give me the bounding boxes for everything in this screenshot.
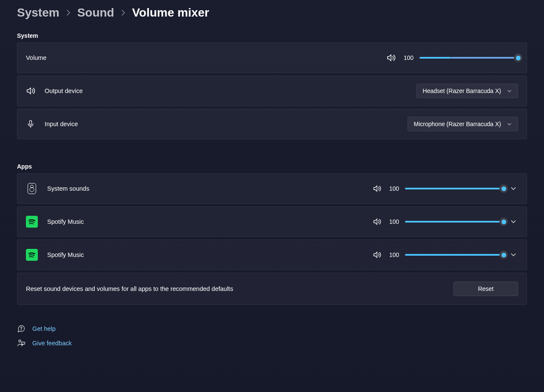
svg-rect-11 — [22, 342, 25, 344]
app-volume-slider[interactable] — [405, 218, 504, 226]
input-device-selected: Microphone (Razer Barracuda X) — [414, 121, 501, 127]
chevron-down-icon[interactable] — [510, 252, 518, 258]
get-help-link[interactable]: Get help — [17, 324, 527, 333]
help-icon — [17, 324, 26, 333]
svg-marker-4 — [374, 186, 377, 191]
app-volume-card: System sounds100 — [17, 173, 527, 204]
chevron-down-icon[interactable] — [510, 219, 518, 225]
system-volume-card: Volume 100 — [17, 42, 527, 73]
section-title-apps: Apps — [17, 163, 527, 170]
input-device-card: Input device Microphone (Razer Barracuda… — [17, 109, 527, 139]
input-device-label: Input device — [45, 121, 78, 127]
app-volume-value: 100 — [387, 185, 399, 192]
spotify-icon — [26, 249, 38, 261]
reset-description: Reset sound devices and volumes for all … — [26, 285, 233, 292]
volume-label: Volume — [26, 54, 46, 61]
output-device-card: Output device Headset (Razer Barracuda X… — [17, 76, 527, 106]
page-title: Volume mixer — [132, 6, 210, 20]
footer-links: Get help Give feedback — [17, 324, 527, 347]
app-volume-slider[interactable] — [405, 185, 504, 192]
give-feedback-label: Give feedback — [32, 340, 72, 347]
speaker-icon[interactable] — [373, 251, 381, 259]
svg-point-9 — [21, 330, 22, 330]
volume-slider[interactable] — [419, 54, 518, 62]
app-label: Spotify Music — [47, 251, 84, 258]
output-device-selected: Headset (Razer Barracuda X) — [423, 87, 501, 94]
app-label: System sounds — [47, 185, 89, 192]
speaker-icon[interactable] — [386, 53, 396, 62]
breadcrumb: System Sound Volume mixer — [17, 6, 527, 20]
spotify-icon — [26, 216, 38, 228]
chevron-right-icon — [66, 9, 71, 16]
breadcrumb-sound[interactable]: Sound — [77, 6, 114, 20]
app-volume-value: 100 — [387, 218, 399, 225]
app-volume-card: Spotify Music100 — [17, 240, 527, 270]
reset-button[interactable]: Reset — [453, 282, 518, 296]
section-title-system: System — [17, 32, 527, 39]
chevron-right-icon — [121, 9, 125, 16]
output-device-dropdown[interactable]: Headset (Razer Barracuda X) — [416, 84, 518, 98]
input-device-dropdown[interactable]: Microphone (Razer Barracuda X) — [408, 117, 518, 131]
system-sounds-icon — [28, 183, 36, 194]
svg-point-10 — [19, 340, 21, 342]
app-volume-slider[interactable] — [405, 251, 504, 259]
svg-marker-0 — [388, 55, 391, 61]
breadcrumb-system[interactable]: System — [17, 6, 60, 20]
svg-marker-8 — [374, 252, 377, 257]
svg-marker-1 — [27, 88, 31, 94]
app-volume-value: 100 — [387, 251, 399, 258]
feedback-icon — [17, 339, 26, 347]
microphone-icon — [26, 119, 35, 129]
give-feedback-link[interactable]: Give feedback — [17, 339, 527, 347]
chevron-down-icon[interactable] — [510, 186, 518, 192]
get-help-label: Get help — [32, 325, 56, 332]
app-label: Spotify Music — [47, 218, 84, 225]
reset-card: Reset sound devices and volumes for all … — [17, 273, 527, 305]
chevron-down-icon — [507, 89, 512, 93]
output-device-label: Output device — [45, 87, 82, 94]
speaker-icon[interactable] — [373, 184, 381, 193]
svg-marker-6 — [374, 219, 377, 224]
svg-rect-2 — [30, 121, 32, 125]
chevron-down-icon — [507, 122, 512, 127]
app-volume-card: Spotify Music100 — [17, 206, 527, 237]
volume-value: 100 — [402, 54, 414, 61]
speaker-icon[interactable] — [373, 217, 381, 226]
speaker-icon — [26, 86, 35, 96]
